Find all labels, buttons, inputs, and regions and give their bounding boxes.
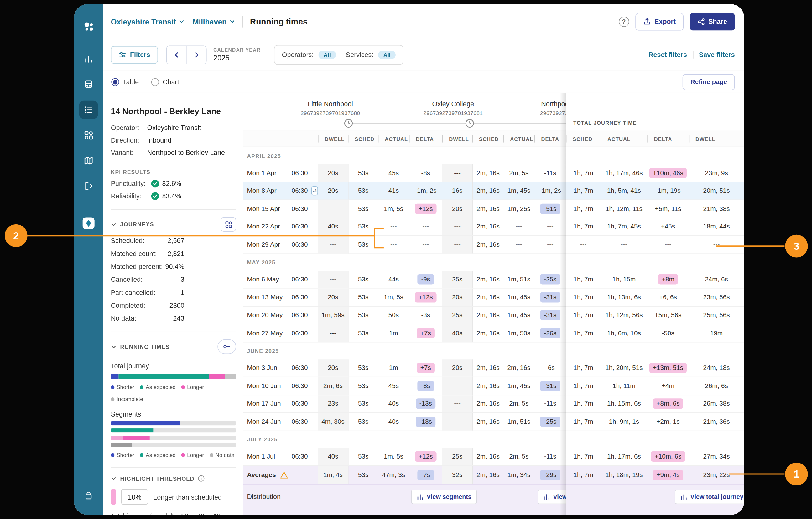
journeys-grid-button[interactable] xyxy=(221,217,236,231)
reset-filters-link[interactable]: Reset filters xyxy=(648,51,687,59)
row-time-value: 06:30 xyxy=(292,453,308,460)
row-time: 06:30 xyxy=(288,324,318,342)
export-button[interactable]: Export xyxy=(635,12,684,30)
journey-stat-row: Completed:2300 xyxy=(111,301,184,309)
cell-value: +5m, 56s xyxy=(655,311,682,319)
table-row[interactable]: Mon 8 Apr06:30⇄20s53s41s-1m, 2s16s2m, 16… xyxy=(243,182,744,200)
cell: 1h, 7m xyxy=(566,377,601,394)
cell: --- xyxy=(442,164,472,182)
kpi-value: 82.6% xyxy=(162,180,181,188)
table-row[interactable]: Mon 1 Jul06:3040s53s1m, 5s+12s25s2m, 16s… xyxy=(243,448,744,466)
bus-icon[interactable] xyxy=(79,75,98,94)
operators-services-filter[interactable]: Operators: All Services: All xyxy=(274,45,404,64)
table-row[interactable]: Mon 24 Jun06:304m, 30s53s40s-13s---2m, 1… xyxy=(243,413,744,431)
region-dropdown[interactable]: Millhaven xyxy=(192,17,235,25)
distribution-label: Distribution xyxy=(247,493,281,500)
table-row[interactable]: Mon 17 Jun06:3023s53s40s-13s---2m, 16s2m… xyxy=(243,395,744,413)
info-icon[interactable] xyxy=(198,475,205,482)
table-row[interactable]: Mon 6 May06:30---53s44s-9s25s2m, 16s1m, … xyxy=(243,271,744,289)
cell: 2m, 5s xyxy=(503,164,534,182)
section-divider xyxy=(111,209,236,210)
cell: 1h, 7m xyxy=(566,164,601,182)
threshold-input[interactable]: 10% xyxy=(121,489,148,504)
cell: 53s xyxy=(348,377,378,394)
view-segments-button-clipped[interactable]: View se xyxy=(538,490,566,504)
cell: 53s xyxy=(348,164,378,182)
table-row[interactable]: Mon 27 May06:30---53s1m+7s40s2m, 16s1m, … xyxy=(243,324,744,342)
lock-icon[interactable] xyxy=(83,490,94,503)
cell: 1h, 6m, 10s xyxy=(601,324,647,342)
cell-value: 1h, 7m xyxy=(574,329,593,336)
cell: 1h, 7m xyxy=(566,182,601,199)
view-total-journey-button[interactable]: View total journey xyxy=(675,490,744,504)
workspace-tile-icon[interactable] xyxy=(79,214,98,233)
cell: 1m, 50s xyxy=(503,324,534,342)
legend-item: As expected xyxy=(140,452,176,458)
table-view-radio[interactable]: Table xyxy=(111,78,139,86)
table-row[interactable]: Mon 10 Jun06:302m, 6s53s45s-8s---2m, 16s… xyxy=(243,377,744,395)
cell: +9m, 4s xyxy=(647,466,689,484)
table-row[interactable]: Mon 3 Jun06:3020s53s1m+7s20s2m, 16s2m, 1… xyxy=(243,359,744,377)
help-button[interactable]: ? xyxy=(619,16,629,27)
filters-button[interactable]: Filters xyxy=(111,46,158,63)
row-time: 06:30 xyxy=(288,359,318,376)
cell: 2m, 5s xyxy=(503,448,534,465)
cell: 25s xyxy=(442,271,472,288)
cell-value: --- xyxy=(454,169,461,176)
next-year-button[interactable] xyxy=(186,46,206,63)
detail-value: Inbound xyxy=(147,136,171,144)
subheader-spacer xyxy=(288,131,318,147)
cell-value: 2m, 16s xyxy=(476,471,500,479)
map-icon[interactable] xyxy=(79,152,98,170)
journey-stat-row: Cancelled:3 xyxy=(111,275,184,283)
stat-value: 1 xyxy=(181,289,184,297)
operators-all-badge: All xyxy=(318,51,336,59)
column-header-label: ACTUAL xyxy=(510,136,533,142)
cell: +8m xyxy=(647,271,689,288)
org-dropdown[interactable]: Oxleyshire Transit xyxy=(111,17,184,25)
legend-item: Shorter xyxy=(111,452,135,458)
running-times-table: TOTAL JOURNEY TIME Little Northpool29673… xyxy=(243,93,744,515)
stat-value: 2,567 xyxy=(168,237,184,244)
month-header: APRIL 2025 xyxy=(243,147,744,164)
running-times-toggle-button[interactable] xyxy=(218,339,236,354)
bar-chart-icon[interactable] xyxy=(79,50,98,69)
table-row[interactable]: Mon 22 Apr06:3040s53s---------2m, 16s---… xyxy=(243,218,744,236)
highlight-section-header[interactable]: HIGHLIGHT THRESHOLD xyxy=(111,475,236,482)
cell: 1h, 15m xyxy=(601,271,647,288)
cell: -29s xyxy=(534,466,566,484)
cell-value: --- xyxy=(330,276,337,283)
bar-segment xyxy=(111,443,132,447)
cell-value: 2m, 16s xyxy=(476,400,500,407)
delta-badge: +12s xyxy=(415,292,437,302)
table-row[interactable]: Mon 15 Apr06:30---53s1m, 5s+12s20s2m, 16… xyxy=(243,200,744,218)
view-bar: Table Chart Refine page xyxy=(103,71,744,93)
apps-grid-icon[interactable] xyxy=(79,126,98,145)
prev-year-button[interactable] xyxy=(167,46,186,63)
callout-2-circle xyxy=(5,224,28,247)
journeys-section-header[interactable]: JOURNEYS xyxy=(111,217,236,231)
table-row[interactable]: Mon 13 May06:3020s53s1m, 5s+12s20s2m, 16… xyxy=(243,289,744,306)
row-time: 06:30 xyxy=(288,377,318,394)
cell-value: 1h, 7m xyxy=(574,382,593,389)
cell: --- xyxy=(442,377,472,394)
stage: Oxleyshire Transit Millhaven Running tim… xyxy=(0,0,812,519)
sign-out-icon[interactable] xyxy=(79,177,98,196)
table-row[interactable]: Mon 1 Apr06:3020s53s45s-8s---2m, 16s2m, … xyxy=(243,164,744,182)
column-header-label: DWELL xyxy=(324,136,345,142)
view-segments-button[interactable]: View segments xyxy=(411,490,477,504)
cell-value: 24m, 18s xyxy=(703,364,730,372)
table-row[interactable]: Mon 20 May06:301m, 59s53s50s-3s25s2m, 16… xyxy=(243,306,744,324)
cell-value: 2m, 16s xyxy=(476,311,500,319)
table-row[interactable]: Mon 29 Apr06:30---53s---------2m, 16s---… xyxy=(243,236,744,253)
running-times-section-header[interactable]: RUNNING TIMES xyxy=(111,339,236,354)
cell: --- xyxy=(442,218,472,235)
save-filters-link[interactable]: Save filters xyxy=(699,51,735,59)
chart-view-radio[interactable]: Chart xyxy=(151,78,179,86)
app-window: Oxleyshire Transit Millhaven Running tim… xyxy=(74,4,744,515)
cell-value: 20s xyxy=(452,364,462,372)
segments-chip-icon[interactable]: ⇄ xyxy=(311,187,318,195)
refine-page-button[interactable]: Refine page xyxy=(683,74,735,90)
share-button[interactable]: Share xyxy=(690,12,735,30)
timetable-list-icon[interactable] xyxy=(79,101,98,119)
